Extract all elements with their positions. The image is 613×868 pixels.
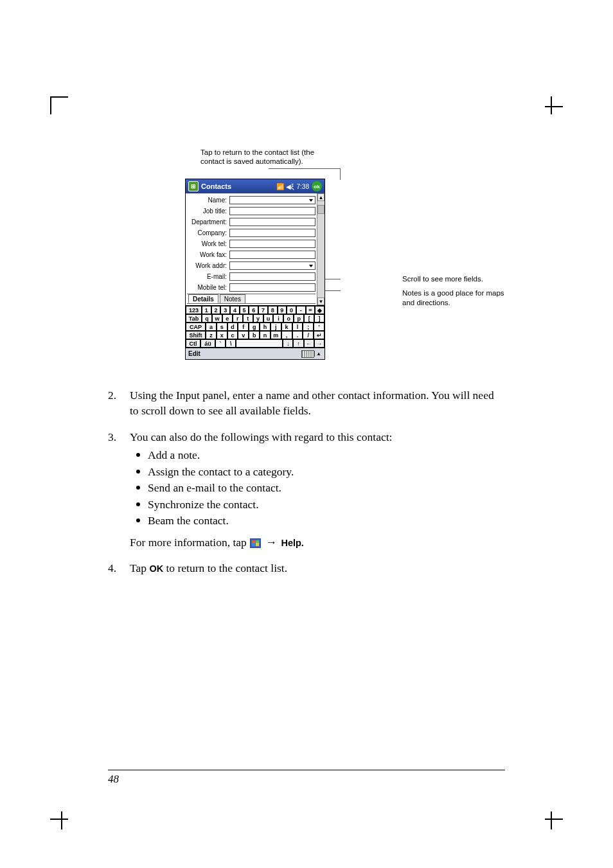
- key-p[interactable]: p: [294, 314, 304, 323]
- key-left[interactable]: ←: [304, 339, 314, 348]
- key-6[interactable]: 6: [249, 306, 258, 314]
- scroll-down-button[interactable]: ▼: [317, 297, 324, 305]
- key-dash[interactable]: -: [296, 306, 306, 314]
- soft-keyboard[interactable]: 123 1 2 3 4 5 6 7 8 9 0 - = ◆ Tab: [186, 305, 324, 348]
- key-comma[interactable]: ,: [281, 331, 292, 339]
- input-mobiletel[interactable]: [229, 283, 315, 292]
- key-k[interactable]: k: [281, 323, 292, 331]
- ok-button[interactable]: ok: [312, 181, 322, 191]
- key-m[interactable]: m: [271, 331, 281, 339]
- fields: Name: Job title: Department: Company: Wo…: [186, 193, 317, 305]
- key-f[interactable]: f: [238, 323, 249, 331]
- step-4: 4. Tap OK to return to the contact list.: [108, 561, 505, 576]
- key-lbrack[interactable]: [: [304, 314, 314, 323]
- key-a[interactable]: a: [206, 323, 217, 331]
- scroll-track[interactable]: [317, 201, 324, 297]
- key-z[interactable]: z: [206, 331, 217, 339]
- tab-notes[interactable]: Notes: [220, 294, 245, 303]
- key-h[interactable]: h: [260, 323, 271, 331]
- key-5[interactable]: 5: [240, 306, 249, 314]
- input-name[interactable]: [229, 196, 315, 204]
- key-3[interactable]: 3: [220, 306, 230, 314]
- key-space[interactable]: [236, 339, 283, 348]
- key-t[interactable]: t: [243, 314, 253, 323]
- key-right[interactable]: →: [314, 339, 324, 348]
- annot-leader-1: [325, 279, 341, 279]
- key-y[interactable]: y: [253, 314, 263, 323]
- key-backslash[interactable]: \: [226, 339, 236, 348]
- key-q[interactable]: q: [202, 314, 212, 323]
- key-e[interactable]: e: [222, 314, 233, 323]
- label-company: Company:: [187, 229, 229, 236]
- start-icon[interactable]: ⊞: [188, 181, 199, 191]
- step-4-pre: Tap: [130, 562, 149, 574]
- key-u[interactable]: u: [263, 314, 274, 323]
- key-grave[interactable]: `: [215, 339, 226, 348]
- annot-notes: Notes is a good place for maps and direc…: [402, 288, 505, 308]
- key-bksp[interactable]: ◆: [315, 306, 324, 314]
- key-tab[interactable]: Tab: [186, 314, 202, 323]
- key-l[interactable]: l: [292, 323, 303, 331]
- key-c[interactable]: c: [227, 331, 238, 339]
- scrollbar[interactable]: ▲ ▼: [317, 193, 324, 305]
- key-g[interactable]: g: [249, 323, 260, 331]
- key-s[interactable]: s: [217, 323, 227, 331]
- key-0[interactable]: 0: [287, 306, 296, 314]
- key-cap[interactable]: CAP: [186, 323, 206, 331]
- key-semi[interactable]: ;: [303, 323, 314, 331]
- arrow-icon: →: [266, 536, 278, 549]
- label-name: Name:: [187, 197, 229, 204]
- input-company[interactable]: [229, 229, 315, 237]
- sip-icon[interactable]: [301, 350, 314, 358]
- page-content: Tap to return to the contact list (the c…: [108, 148, 505, 791]
- input-email[interactable]: [229, 272, 315, 281]
- sip-up-icon[interactable]: ▴: [314, 351, 322, 357]
- key-equals[interactable]: =: [306, 306, 315, 314]
- key-j[interactable]: j: [271, 323, 281, 331]
- key-shift[interactable]: Shift: [186, 331, 206, 339]
- key-down[interactable]: ↓: [283, 339, 293, 348]
- bullet-email: Send an e-mail to the contact.: [130, 481, 505, 496]
- tab-details[interactable]: Details: [188, 294, 218, 303]
- input-workfax[interactable]: [229, 251, 315, 259]
- key-x[interactable]: x: [217, 331, 227, 339]
- key-123[interactable]: 123: [186, 306, 202, 314]
- key-d[interactable]: d: [227, 323, 238, 331]
- key-7[interactable]: 7: [258, 306, 268, 314]
- input-department[interactable]: [229, 218, 315, 226]
- key-w[interactable]: w: [212, 314, 222, 323]
- edit-menu[interactable]: Edit: [188, 350, 200, 357]
- step-3-text: You can also do the followings with rega…: [130, 430, 505, 445]
- key-slash[interactable]: /: [303, 331, 314, 339]
- input-workaddr[interactable]: [229, 261, 315, 270]
- key-r[interactable]: r: [233, 314, 243, 323]
- step-2: 2. Using the Input panel, enter a name a…: [108, 388, 505, 418]
- key-ctl[interactable]: Ctl: [186, 339, 200, 348]
- key-n[interactable]: n: [260, 331, 271, 339]
- key-b[interactable]: b: [249, 331, 260, 339]
- key-1[interactable]: 1: [202, 306, 211, 314]
- key-enter[interactable]: ↵: [314, 331, 324, 339]
- scroll-thumb[interactable]: [317, 205, 324, 214]
- key-v[interactable]: v: [238, 331, 249, 339]
- caption-top-line1: Tap to return to the contact list (the: [200, 148, 314, 156]
- key-8[interactable]: 8: [268, 306, 278, 314]
- key-rbrack[interactable]: ]: [314, 314, 324, 323]
- key-4[interactable]: 4: [230, 306, 240, 314]
- key-accent[interactable]: áü: [200, 339, 215, 348]
- kb-row-2: Tab q w e r t y u i o p [ ]: [186, 314, 324, 323]
- scroll-up-button[interactable]: ▲: [317, 193, 324, 201]
- help-label: Help.: [281, 538, 303, 548]
- page-number: 48: [108, 773, 119, 785]
- input-jobtitle[interactable]: [229, 207, 315, 215]
- key-period[interactable]: .: [292, 331, 303, 339]
- key-o[interactable]: o: [283, 314, 294, 323]
- step-4-text: Tap OK to return to the contact list.: [130, 561, 505, 576]
- crop-mark-br: [545, 819, 563, 820]
- key-up[interactable]: ↑: [293, 339, 303, 348]
- key-2[interactable]: 2: [211, 306, 221, 314]
- input-worktel[interactable]: [229, 240, 315, 248]
- key-9[interactable]: 9: [278, 306, 287, 314]
- key-apos[interactable]: ': [314, 323, 324, 331]
- key-i[interactable]: i: [273, 314, 283, 323]
